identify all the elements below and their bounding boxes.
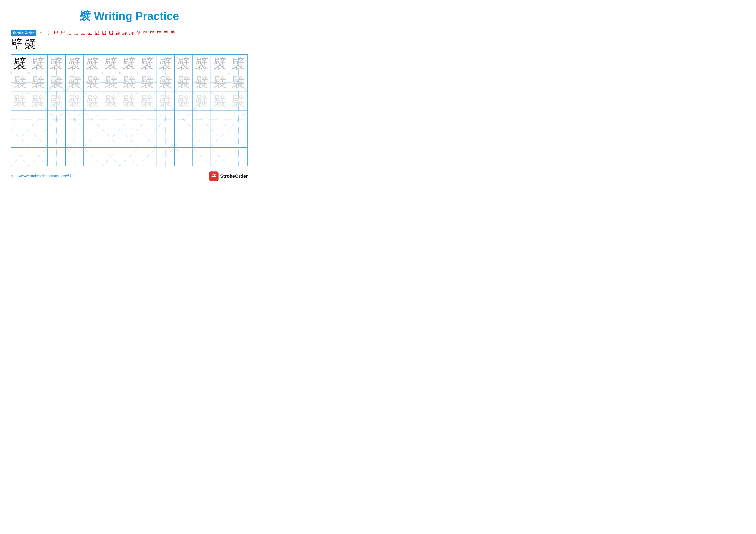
grid-cell[interactable]: 襞: [156, 92, 175, 110]
practice-char: 襞: [68, 94, 81, 108]
grid-cell[interactable]: 襞: [102, 55, 120, 73]
stroke-step-4: 启: [67, 30, 72, 36]
grid-cell[interactable]: 襞: [120, 73, 138, 91]
grid-cell[interactable]: [193, 111, 211, 129]
grid-cell[interactable]: 襞: [211, 55, 229, 73]
grid-cell[interactable]: 襞: [156, 73, 175, 91]
grid-cell[interactable]: 襞: [211, 73, 229, 91]
brand-icon: 字: [209, 171, 219, 181]
grid-cell[interactable]: [138, 148, 156, 166]
grid-cell[interactable]: 襞: [66, 73, 84, 91]
svg-line-93: [138, 111, 156, 129]
grid-cell[interactable]: 襞: [175, 92, 193, 110]
grid-cell[interactable]: [193, 148, 211, 166]
stroke-order-row: Stroke Order ㇀㇁尸尸启启启启启启启辟辟辟壁壁壁壁壁壁: [11, 30, 248, 36]
grid-cell[interactable]: [229, 129, 247, 147]
grid-cell[interactable]: [229, 111, 247, 129]
grid-cell[interactable]: [156, 129, 175, 147]
grid-cell[interactable]: 襞: [29, 92, 47, 110]
grid-cell[interactable]: 襞: [175, 73, 193, 91]
grid-cell[interactable]: [66, 129, 84, 147]
practice-char: 襞: [86, 57, 99, 70]
grid-cell[interactable]: 襞: [66, 92, 84, 110]
svg-line-97: [175, 111, 192, 129]
grid-cell[interactable]: [84, 129, 102, 147]
grid-cell[interactable]: 襞: [29, 73, 47, 91]
grid-cell[interactable]: [175, 129, 193, 147]
grid-cell[interactable]: 襞: [102, 92, 120, 110]
grid-cell[interactable]: [120, 129, 138, 147]
grid-cell[interactable]: [48, 111, 66, 129]
grid-cell[interactable]: 襞: [11, 73, 29, 91]
svg-line-113: [84, 129, 101, 147]
grid-cell[interactable]: 襞: [84, 73, 102, 91]
grid-cell[interactable]: [66, 111, 84, 129]
grid-cell[interactable]: [193, 129, 211, 147]
grid-cell[interactable]: 襞: [48, 55, 66, 73]
grid-cell[interactable]: 襞: [175, 55, 193, 73]
grid-cell[interactable]: 襞: [48, 73, 66, 91]
svg-line-125: [193, 129, 210, 147]
grid-cell[interactable]: [229, 148, 247, 166]
grid-cell[interactable]: 襞: [11, 55, 29, 73]
grid-cell[interactable]: [11, 111, 29, 129]
svg-line-94: [156, 111, 174, 129]
footer-url[interactable]: https://www.strokeorder.com/chinese/襞: [11, 174, 71, 178]
grid-cell[interactable]: [84, 148, 102, 166]
grid-cell[interactable]: [175, 111, 193, 129]
grid-cell[interactable]: 襞: [120, 92, 138, 110]
grid-cell[interactable]: 襞: [193, 55, 211, 73]
grid-cell[interactable]: [48, 148, 66, 166]
grid-cell[interactable]: 襞: [84, 92, 102, 110]
grid-cell[interactable]: [175, 148, 193, 166]
grid-cell[interactable]: [48, 129, 66, 147]
grid-cell[interactable]: [156, 111, 175, 129]
practice-char: 襞: [86, 94, 99, 108]
grid-cell[interactable]: 襞: [193, 92, 211, 110]
grid-cell[interactable]: [29, 111, 47, 129]
grid-cell[interactable]: 襞: [229, 73, 247, 91]
practice-char: 襞: [104, 76, 118, 89]
practice-char: 襞: [213, 76, 227, 89]
grid-cell[interactable]: [11, 148, 29, 166]
grid-cell[interactable]: [120, 148, 138, 166]
svg-line-99: [193, 111, 210, 129]
grid-cell[interactable]: [120, 111, 138, 129]
stroke-step-12: 辟: [122, 30, 127, 36]
grid-cell[interactable]: 襞: [102, 73, 120, 91]
svg-line-126: [211, 129, 229, 147]
grid-cell[interactable]: 襞: [48, 92, 66, 110]
grid-cell[interactable]: 襞: [138, 73, 156, 91]
grid-cell[interactable]: [102, 148, 120, 166]
grid-cell[interactable]: 襞: [120, 55, 138, 73]
grid-cell[interactable]: [156, 148, 175, 166]
grid-cell[interactable]: [29, 129, 47, 147]
grid-cell[interactable]: [211, 129, 229, 147]
grid-cell[interactable]: 襞: [66, 55, 84, 73]
grid-cell[interactable]: 襞: [229, 92, 247, 110]
grid-cell[interactable]: 襞: [11, 92, 29, 110]
grid-cell[interactable]: [102, 129, 120, 147]
svg-line-138: [84, 148, 101, 166]
grid-cell[interactable]: [102, 111, 120, 129]
grid-cell[interactable]: [11, 129, 29, 147]
main-char-1: 襞: [24, 38, 36, 50]
grid-cell[interactable]: 襞: [84, 55, 102, 73]
svg-line-139: [84, 148, 101, 166]
grid-cell[interactable]: 襞: [193, 73, 211, 91]
grid-cell[interactable]: 襞: [156, 55, 175, 73]
grid-cell[interactable]: 襞: [229, 55, 247, 73]
grid-cell[interactable]: 襞: [211, 92, 229, 110]
svg-line-117: [120, 129, 138, 147]
grid-cell[interactable]: [138, 111, 156, 129]
grid-cell[interactable]: [138, 129, 156, 147]
grid-cell[interactable]: [84, 111, 102, 129]
grid-cell[interactable]: [29, 148, 47, 166]
grid-cell[interactable]: [211, 148, 229, 166]
grid-cell[interactable]: 襞: [138, 92, 156, 110]
grid-cell[interactable]: 襞: [29, 55, 47, 73]
svg-line-83: [48, 111, 65, 129]
grid-cell[interactable]: [66, 148, 84, 166]
grid-cell[interactable]: [211, 111, 229, 129]
grid-cell[interactable]: 襞: [138, 55, 156, 73]
